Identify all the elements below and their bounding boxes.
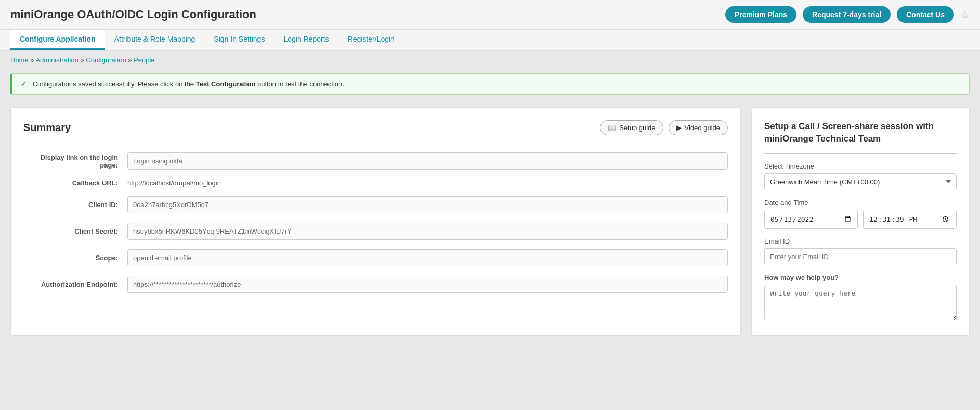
contact-us-button[interactable]: Contact Us (897, 6, 954, 23)
label-auth-endpoint: Authorization Endpoint: (23, 280, 127, 288)
form-row-callback: Callback URL: http://localhost/drupal/mo… (23, 179, 728, 187)
page-header: miniOrange OAuth/OIDC Login Configuratio… (0, 0, 980, 30)
success-text-after: button to test the connection. (257, 80, 344, 88)
help-label: How may we help you? (764, 274, 957, 281)
page-title: miniOrange OAuth/OIDC Login Configuratio… (10, 8, 719, 21)
tab-register[interactable]: Register/Login (338, 30, 404, 50)
summary-panel: Summary 📖 Setup guide ▶ Video guide Disp… (10, 107, 741, 336)
main-layout: Summary 📖 Setup guide ▶ Video guide Disp… (0, 99, 980, 344)
success-banner: ✔ Configurations saved successfully. Ple… (10, 73, 970, 95)
label-client-id: Client ID: (23, 201, 127, 209)
breadcrumb-config[interactable]: Configuration (86, 56, 126, 64)
time-input[interactable] (863, 210, 957, 229)
timezone-select[interactable]: Greenwich Mean Time (GMT+00:00) Eastern … (764, 173, 957, 190)
favorite-icon[interactable]: ☆ (960, 8, 970, 21)
breadcrumb-admin[interactable]: Administration (35, 56, 78, 64)
label-callback: Callback URL: (23, 179, 127, 187)
premium-plans-button[interactable]: Premium Plans (725, 6, 796, 23)
tab-signin[interactable]: Sign In Settings (204, 30, 274, 50)
email-input[interactable] (764, 248, 957, 265)
input-scope[interactable] (127, 249, 728, 266)
right-panel: Setup a Call / Screen-share session with… (751, 107, 970, 336)
breadcrumb-people[interactable]: People (134, 56, 154, 64)
tab-attribute[interactable]: Attribute & Role Mapping (105, 30, 205, 50)
timezone-label: Select Timezone (764, 162, 957, 170)
setup-guide-icon: 📖 (608, 124, 616, 132)
label-client-secret: Client Secret: (23, 227, 127, 235)
breadcrumb-home[interactable]: Home (10, 56, 29, 64)
video-guide-label: Video guide (685, 124, 720, 132)
right-panel-divider (764, 153, 957, 154)
form-row-client-secret: Client Secret: (23, 223, 728, 240)
summary-header: Summary 📖 Setup guide ▶ Video guide (23, 120, 728, 135)
datetime-label: Date and Time (764, 199, 957, 207)
datetime-row (764, 210, 957, 229)
form-row-scope: Scope: (23, 249, 728, 266)
summary-divider (23, 142, 728, 142)
label-scope: Scope: (23, 254, 127, 262)
setup-guide-button[interactable]: 📖 Setup guide (600, 120, 663, 135)
right-panel-title: Setup a Call / Screen-share session with… (764, 120, 957, 145)
video-guide-button[interactable]: ▶ Video guide (669, 120, 728, 135)
tab-bar: Configure Application Attribute & Role M… (0, 30, 980, 51)
breadcrumb-sep2: » (80, 56, 84, 64)
value-callback: http://localhost/drupal/mo_login (127, 179, 728, 187)
help-textarea[interactable] (764, 285, 957, 321)
form-row-display-link: Display link on the login page: (23, 152, 728, 170)
label-display-link: Display link on the login page: (23, 153, 127, 169)
input-display-link[interactable] (127, 152, 728, 170)
input-client-secret[interactable] (127, 223, 728, 240)
video-guide-icon: ▶ (676, 124, 682, 132)
summary-title: Summary (23, 122, 71, 134)
input-auth-endpoint[interactable] (127, 276, 728, 293)
success-text-before: Configurations saved successfully. Pleas… (33, 80, 196, 88)
success-bold-text: Test Configuration (196, 80, 256, 88)
guide-buttons: 📖 Setup guide ▶ Video guide (600, 120, 728, 135)
breadcrumb: Home » Administration » Configuration » … (0, 51, 980, 69)
tab-configure[interactable]: Configure Application (10, 30, 105, 50)
date-input[interactable] (764, 210, 858, 229)
setup-guide-label: Setup guide (619, 124, 655, 132)
input-client-id[interactable] (127, 196, 728, 213)
trial-button[interactable]: Request 7-days trial (803, 6, 891, 23)
breadcrumb-sep1: » (30, 56, 34, 64)
email-label: Email ID (764, 237, 957, 245)
form-row-client-id: Client ID: (23, 196, 728, 213)
success-check-icon: ✔ (21, 80, 27, 88)
tab-login-reports[interactable]: Login Reports (274, 30, 338, 50)
breadcrumb-sep3: » (128, 56, 132, 64)
form-row-auth-endpoint: Authorization Endpoint: (23, 276, 728, 293)
